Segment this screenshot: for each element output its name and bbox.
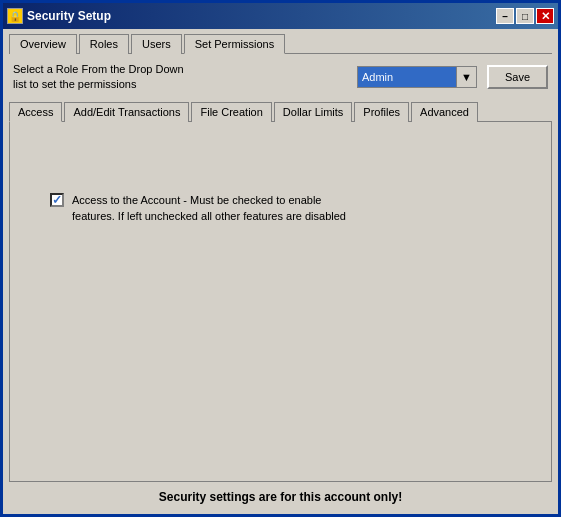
access-description: Access to the Account - Must be checked …	[72, 192, 346, 225]
window-title: Security Setup	[27, 9, 492, 23]
footer: Security settings are for this account o…	[9, 482, 552, 508]
main-tab-bar: Overview Roles Users Set Permissions	[9, 33, 552, 54]
tab-users[interactable]: Users	[131, 34, 182, 54]
tab-advanced[interactable]: Advanced	[411, 102, 478, 122]
controls-row: Select a Role From the Drop Down list to…	[9, 54, 552, 101]
save-button[interactable]: Save	[487, 65, 548, 89]
title-bar-buttons: – □ ✕	[496, 8, 554, 24]
tab-roles[interactable]: Roles	[79, 34, 129, 54]
close-button[interactable]: ✕	[536, 8, 554, 24]
access-panel: ✓ Access to the Account - Must be checke…	[9, 122, 552, 482]
role-dropdown[interactable]: Admin ▼	[357, 66, 477, 88]
tab-access[interactable]: Access	[9, 102, 62, 122]
tab-file-creation[interactable]: File Creation	[191, 102, 271, 122]
maximize-button[interactable]: □	[516, 8, 534, 24]
tab-set-permissions[interactable]: Set Permissions	[184, 34, 285, 54]
title-bar: 🔒 Security Setup – □ ✕	[3, 3, 558, 29]
tab-overview[interactable]: Overview	[9, 34, 77, 54]
tab-add-edit-transactions[interactable]: Add/Edit Transactions	[64, 102, 189, 122]
minimize-button[interactable]: –	[496, 8, 514, 24]
dropdown-arrow-icon[interactable]: ▼	[456, 67, 476, 87]
window-icon: 🔒	[7, 8, 23, 24]
role-selection-label: Select a Role From the Drop Down list to…	[13, 62, 347, 93]
window-content: Overview Roles Users Set Permissions Sel…	[3, 29, 558, 514]
dropdown-selected-value: Admin	[358, 67, 456, 87]
inner-tab-bar: Access Add/Edit Transactions File Creati…	[9, 101, 552, 122]
checkbox-check-icon: ✓	[52, 194, 62, 206]
footer-text: Security settings are for this account o…	[159, 490, 402, 504]
tab-dollar-limits[interactable]: Dollar Limits	[274, 102, 353, 122]
access-item: ✓ Access to the Account - Must be checke…	[50, 192, 541, 225]
main-window: 🔒 Security Setup – □ ✕ Overview Roles Us…	[0, 0, 561, 517]
access-checkbox[interactable]: ✓	[50, 193, 64, 207]
tab-profiles[interactable]: Profiles	[354, 102, 409, 122]
